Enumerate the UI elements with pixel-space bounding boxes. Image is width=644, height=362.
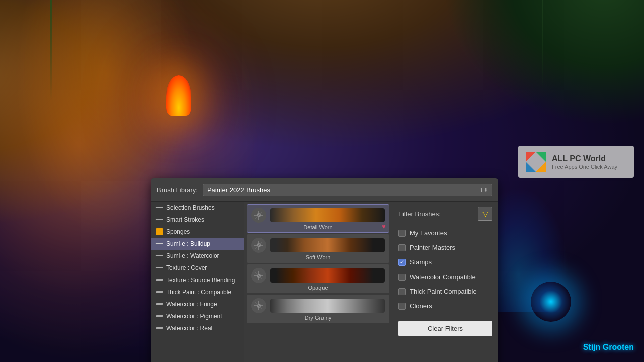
brush-list-item[interactable]: Sumi-e : Watercolor — [151, 250, 244, 262]
brush-library-selected-value: Painter 2022 Brushes — [207, 186, 270, 194]
brush-stroke-preview — [270, 238, 385, 252]
vine-left — [50, 0, 52, 101]
brush-list-item[interactable]: Thick Paint : Compatible — [151, 286, 244, 298]
filter-panel: Filter Brushes: ▽ My FavoritesPainter Ma… — [392, 202, 498, 362]
brush-preview-item[interactable]: Detail Worn♥ — [247, 204, 389, 233]
brush-preview-item[interactable]: Dry Grainy — [247, 295, 389, 323]
brush-list-item[interactable]: Texture : Cover — [151, 262, 244, 274]
brush-list-item-label: Sponges — [166, 228, 190, 235]
brush-list-icon — [156, 217, 163, 222]
brush-list-item[interactable]: Watercolor : Pigment — [151, 310, 244, 322]
brush-preview-name: Detail Worn — [303, 224, 332, 230]
brush-list-item-label: Smart Strokes — [166, 216, 204, 223]
brush-preview-panel: Detail Worn♥ Soft Worn Opaque Dry Grainy — [244, 202, 392, 362]
filter-checkbox-painter-masters[interactable] — [398, 244, 406, 251]
brush-list-item[interactable]: Sponges — [151, 226, 244, 238]
logo-quadrant-br — [536, 162, 546, 172]
brush-preview-item[interactable]: Opaque — [247, 264, 389, 293]
filter-checkbox-my-favorites[interactable] — [398, 230, 406, 237]
brush-list-icon — [156, 265, 163, 270]
favorite-heart-icon: ♥ — [382, 223, 386, 230]
logo-quadrant-bl — [526, 162, 536, 172]
filter-checkbox-thick-paint-compatible[interactable] — [398, 288, 406, 295]
filter-icon-button[interactable]: ▽ — [478, 207, 492, 221]
filter-checkbox-watercolor-compatible[interactable] — [398, 274, 406, 281]
filter-label-painter-masters: Painter Masters — [410, 244, 455, 251]
brush-list-icon — [156, 314, 163, 319]
flower-glow — [531, 282, 571, 322]
brush-stroke-preview — [270, 208, 385, 222]
brush-library-panel: Brush Library: Painter 2022 Brushes ⬆⬇ S… — [151, 178, 498, 362]
filter-label-thick-paint-compatible: Thick Paint Compatible — [410, 288, 477, 295]
filter-item-stamps[interactable]: Stamps — [398, 255, 492, 269]
brush-list-item[interactable]: Sumi-e : Buildup — [151, 238, 244, 250]
brush-list-icon — [156, 253, 163, 258]
brush-library-dropdown[interactable]: Painter 2022 Brushes ⬆⬇ — [203, 184, 492, 196]
brush-list-item[interactable]: Watercolor : Fringe — [151, 298, 244, 310]
filter-label-my-favorites: My Favorites — [410, 229, 447, 237]
brush-library-bar: Brush Library: Painter 2022 Brushes ⬆⬇ — [151, 178, 498, 202]
brush-list-item-label: Sumi-e : Watercolor — [166, 252, 219, 259]
logo-quadrant-tr — [536, 152, 546, 162]
watermark-title: ALL PC World — [552, 154, 617, 163]
filter-funnel-icon: ▽ — [482, 210, 488, 218]
brush-list-item[interactable]: Smart Strokes — [151, 214, 244, 226]
watermark-subtitle: Free Apps One Click Away — [552, 164, 617, 170]
brush-list-item-label: Sumi-e : Buildup — [166, 240, 210, 247]
brush-list-icon — [156, 228, 163, 235]
clear-filters-button[interactable]: Clear Filters — [398, 321, 492, 336]
filter-checkbox-cloners[interactable] — [398, 303, 406, 310]
brush-list-item[interactable]: Selection Brushes — [151, 202, 244, 214]
brush-stamp-icon — [251, 268, 266, 283]
brush-stamp-icon — [251, 238, 266, 253]
brush-library-label: Brush Library: — [157, 186, 198, 194]
torch-flame — [166, 75, 191, 116]
filter-header: Filter Brushes: ▽ — [398, 207, 492, 221]
brush-stamp-icon — [251, 298, 266, 313]
brush-stamp-icon — [251, 208, 266, 223]
brush-preview-item[interactable]: Soft Worn — [247, 234, 389, 263]
logo-quadrant-tl — [526, 152, 536, 162]
filter-item-watercolor-compatible[interactable]: Watercolor Compatible — [398, 269, 492, 284]
watermark-logo — [526, 152, 546, 172]
brush-list-panel: Selection BrushesSmart StrokesSpongesSum… — [151, 202, 244, 362]
filter-item-my-favorites[interactable]: My Favorites — [398, 226, 492, 240]
filter-label-cloners: Cloners — [410, 302, 432, 310]
dropdown-arrows-icon: ⬆⬇ — [479, 187, 488, 193]
filter-item-cloners[interactable]: Cloners — [398, 299, 492, 313]
creator-credit: Stijn Grooten — [583, 343, 634, 352]
filter-checkbox-stamps[interactable] — [398, 259, 406, 266]
watermark: ALL PC World Free Apps One Click Away — [518, 146, 634, 178]
brush-preview-name: Dry Grainy — [305, 315, 332, 321]
brush-list-item-label: Texture : Cover — [166, 264, 207, 272]
watermark-text: ALL PC World Free Apps One Click Away — [552, 154, 617, 169]
brush-list-item-label: Selection Brushes — [166, 204, 215, 211]
brush-list-item-label: Thick Paint : Compatible — [166, 289, 231, 296]
filter-label-watercolor-compatible: Watercolor Compatible — [410, 273, 476, 281]
brush-preview-name: Opaque — [308, 285, 328, 291]
brush-stroke-preview — [270, 268, 385, 283]
brush-list-icon — [156, 290, 163, 295]
brush-list-item[interactable]: Watercolor : Real — [151, 322, 244, 334]
foliage-bg — [443, 0, 644, 126]
brush-stroke-preview — [270, 299, 385, 313]
brush-preview-name: Soft Worn — [306, 254, 331, 260]
brush-list-item-label: Watercolor : Real — [166, 325, 212, 332]
brush-list-item-label: Texture : Source Blending — [166, 277, 235, 284]
brush-list-icon — [156, 241, 163, 246]
brush-list-icon — [156, 326, 163, 331]
brush-list-icon — [156, 302, 163, 307]
filter-item-painter-masters[interactable]: Painter Masters — [398, 240, 492, 255]
brush-list-icon — [156, 205, 163, 210]
brush-list-item-label: Watercolor : Pigment — [166, 313, 222, 320]
filter-brushes-label: Filter Brushes: — [398, 210, 441, 218]
vine-right — [542, 0, 543, 90]
filter-label-stamps: Stamps — [410, 258, 432, 266]
brush-list-icon — [156, 278, 163, 283]
brush-list-item[interactable]: Texture : Source Blending — [151, 274, 244, 286]
filter-item-thick-paint-compatible[interactable]: Thick Paint Compatible — [398, 284, 492, 299]
brush-list-item-label: Watercolor : Fringe — [166, 301, 217, 308]
main-content-area: Selection BrushesSmart StrokesSpongesSum… — [151, 202, 498, 362]
